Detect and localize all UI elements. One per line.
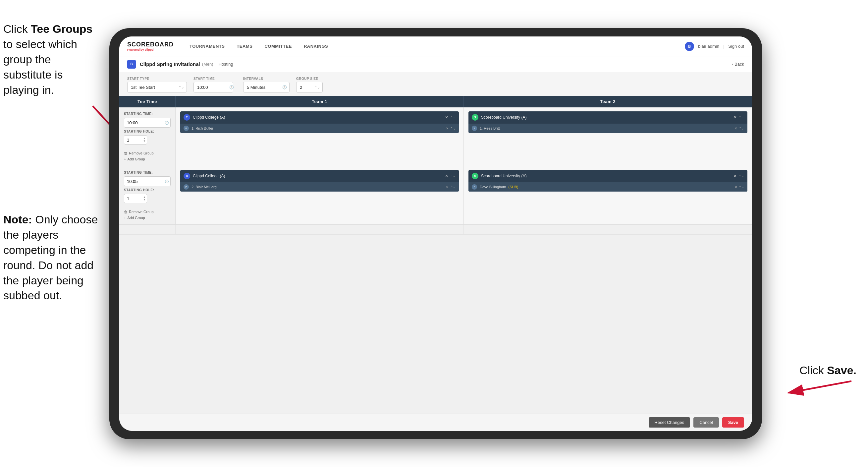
team1-arrows-icon-1: ⌃⌄ bbox=[450, 116, 456, 119]
team1-card-1: C Clippd College (A) ✕ ⌃⌄ P bbox=[180, 111, 459, 133]
player4-sub: (SUB) bbox=[508, 185, 519, 189]
remove-group-icon-1: 🗑 bbox=[124, 151, 128, 155]
player-name: Rich Butler bbox=[195, 126, 213, 130]
arrow-save bbox=[749, 375, 855, 401]
nav-items: TOURNAMENTS TEAMS COMMITTEE RANKINGS bbox=[184, 36, 685, 56]
player-number-name: 1. Rich Butler bbox=[191, 126, 443, 130]
tee-time-input-wrap-2: 🕐 bbox=[124, 176, 170, 186]
logo-area: SCOREBOARD Powered by clippd bbox=[127, 41, 174, 51]
sign-out-link[interactable]: Sign out bbox=[728, 44, 744, 49]
player2-name: Rees Britt bbox=[484, 126, 500, 130]
team1-remove-icon-2[interactable]: ✕ bbox=[445, 174, 448, 178]
click-save-annotation: Click Save. bbox=[799, 364, 857, 377]
team2-header: Team 2 bbox=[464, 96, 752, 107]
team2-arrows-icon-2: ⌃⌄ bbox=[739, 174, 744, 178]
start-type-chevron-icon: ⌃⌄ bbox=[178, 85, 184, 89]
nav-teams[interactable]: TEAMS bbox=[230, 36, 258, 56]
back-button[interactable]: Back bbox=[732, 62, 744, 67]
start-type-input[interactable] bbox=[127, 82, 187, 92]
nav-rankings[interactable]: RANKINGS bbox=[298, 36, 334, 56]
start-time-clock-icon: 🕐 bbox=[229, 85, 234, 89]
remove-group-icon-2: 🗑 bbox=[124, 210, 128, 214]
tee-time-clock-icon-2: 🕐 bbox=[165, 180, 168, 183]
team1-controls-2: ✕ ⌃⌄ bbox=[445, 174, 456, 178]
add-group-label-1: Add Group bbox=[127, 157, 145, 161]
team1-name-1: Clippd College (A) bbox=[193, 115, 442, 120]
team1-card-header-2: C Clippd College (A) ✕ ⌃⌄ bbox=[180, 170, 459, 182]
nav-divider: | bbox=[723, 44, 724, 49]
player4-number-name: Dave Billingham (SUB) bbox=[480, 185, 732, 189]
player2-icon: P bbox=[472, 126, 477, 131]
add-group-icon-1: + bbox=[124, 157, 126, 161]
team2-card-1: S Scoreboard University (A) ✕ ⌃⌄ P bbox=[468, 111, 747, 133]
hosting-label: Hosting bbox=[219, 62, 233, 67]
add-group-btn-2[interactable]: + Add Group bbox=[124, 216, 170, 220]
remove-group-btn-2[interactable]: 🗑 Remove Group bbox=[124, 210, 170, 214]
start-type-label: Start Type bbox=[127, 77, 187, 81]
team1-remove-icon-1[interactable]: ✕ bbox=[445, 115, 448, 120]
team1-name-2: Clippd College (A) bbox=[193, 174, 442, 178]
team2-arrows-icon-1: ⌃⌄ bbox=[739, 116, 744, 119]
tournament-name: Clippd Spring Invitational bbox=[140, 61, 200, 67]
player3-remove-icon[interactable]: ✕ bbox=[446, 185, 448, 189]
starting-time-label-1: STARTING TIME: bbox=[124, 112, 170, 116]
tee-time-input-wrap-1: 🕐 bbox=[124, 118, 170, 127]
team2-card-header-2: S Scoreboard University (A) ✕ ⌃⌄ bbox=[468, 170, 747, 182]
player-remove-icon[interactable]: ✕ bbox=[446, 126, 448, 130]
main-instruction: Click Tee Groups to select which group t… bbox=[3, 22, 101, 97]
start-type-input-wrap: ⌃⌄ bbox=[127, 82, 187, 92]
reset-changes-button[interactable]: Reset Changes bbox=[649, 417, 690, 428]
note-instruction: Note: Only choose the players competing … bbox=[3, 212, 101, 303]
powered-by: Powered by clippd bbox=[127, 48, 174, 51]
team1-header: Team 1 bbox=[176, 96, 464, 107]
remove-group-btn-1[interactable]: 🗑 Remove Group bbox=[124, 151, 170, 155]
player3-row: P 2. Blair McHarg ✕ ⌃⌄ bbox=[180, 182, 459, 192]
team1-controls-1: ✕ ⌃⌄ bbox=[445, 115, 456, 120]
starting-time-label-2: STARTING TIME: bbox=[124, 171, 170, 174]
team2-card-2: S Scoreboard University (A) ✕ ⌃⌄ P bbox=[468, 170, 747, 192]
cancel-button[interactable]: Cancel bbox=[693, 417, 719, 428]
player2-arrows-icon: ⌃⌄ bbox=[739, 126, 744, 130]
powered-text: Powered by bbox=[127, 48, 145, 51]
nav-committee[interactable]: COMMITTEE bbox=[258, 36, 298, 56]
player2-row: P 1. Rees Britt ✕ ⌃⌄ bbox=[468, 123, 747, 133]
remove-group-label-2: Remove Group bbox=[129, 210, 154, 214]
team2-remove-icon-2[interactable]: ✕ bbox=[734, 174, 737, 178]
save-button[interactable]: Save bbox=[722, 417, 744, 428]
player-row: P 1. Rich Butler ✕ ⌃⌄ bbox=[180, 123, 459, 133]
note-bold: Note: bbox=[3, 213, 35, 226]
group-size-group: Group Size ⌃⌄ bbox=[296, 77, 323, 92]
nav-tournaments[interactable]: TOURNAMENTS bbox=[184, 36, 230, 56]
player4-row: P Dave Billingham (SUB) ✕ ⌃⌄ bbox=[468, 182, 747, 192]
team2-controls-1: ✕ ⌃⌄ bbox=[734, 115, 744, 120]
team2-col-2: S Scoreboard University (A) ✕ ⌃⌄ P bbox=[464, 166, 752, 224]
start-type-group: Start Type ⌃⌄ bbox=[127, 77, 187, 92]
breadcrumb-icon: B bbox=[127, 60, 136, 68]
player3-arrows-icon: ⌃⌄ bbox=[450, 185, 456, 189]
main-content: Start Type ⌃⌄ Start Time 🕐 bbox=[119, 72, 752, 431]
svg-line-3 bbox=[788, 381, 851, 393]
team2-remove-icon-1[interactable]: ✕ bbox=[734, 115, 737, 120]
player3-num: 2. bbox=[191, 185, 194, 189]
intervals-group: Intervals 🕐 bbox=[243, 77, 289, 92]
app-container: SCOREBOARD Powered by clippd TOURNAMENTS… bbox=[119, 36, 752, 431]
tee-hole-arrows-icon-2: ▲▼ bbox=[143, 196, 146, 201]
add-group-btn-1[interactable]: + Add Group bbox=[124, 157, 170, 161]
app-logo: SCOREBOARD bbox=[127, 41, 174, 48]
team2-name-1: Scoreboard University (A) bbox=[481, 115, 731, 120]
tee-time-input-1[interactable] bbox=[124, 118, 170, 127]
click-save-prefix: Click bbox=[799, 364, 827, 377]
team2-card-header-1: S Scoreboard University (A) ✕ ⌃⌄ bbox=[468, 111, 747, 123]
tee-time-input-2[interactable] bbox=[124, 176, 170, 186]
starting-hole-label-1: STARTING HOLE: bbox=[124, 129, 170, 133]
start-time-input[interactable] bbox=[193, 82, 233, 92]
intervals-label: Intervals bbox=[243, 77, 289, 81]
group-size-arrows-icon: ⌃⌄ bbox=[314, 85, 320, 89]
player3-name: Blair McHarg bbox=[195, 185, 217, 189]
tee-left-col-2: STARTING TIME: 🕐 STARTING HOLE: ▲▼ bbox=[119, 166, 176, 224]
brand-name: clippd bbox=[145, 48, 154, 51]
tee-time-clock-icon-1: 🕐 bbox=[165, 121, 168, 125]
team2-icon-1: S bbox=[472, 114, 478, 121]
player4-remove-icon[interactable]: ✕ bbox=[735, 185, 737, 189]
player2-remove-icon[interactable]: ✕ bbox=[735, 126, 737, 130]
